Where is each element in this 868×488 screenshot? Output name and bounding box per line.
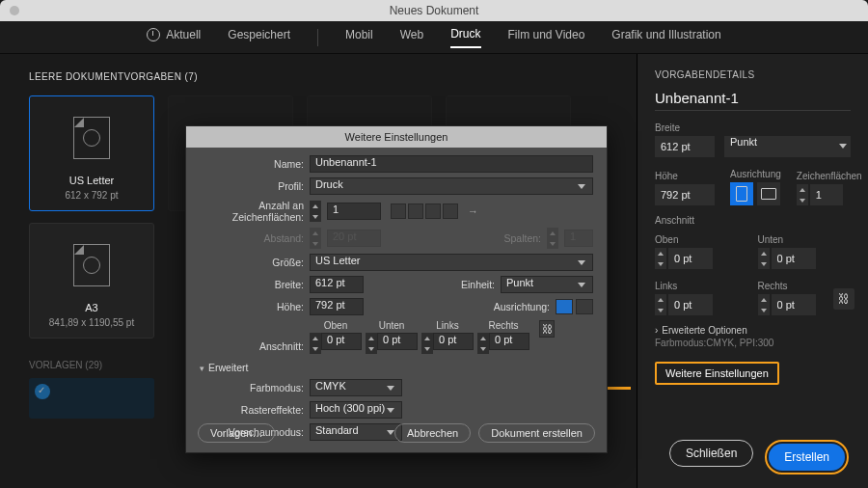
templates-button[interactable]: Vorlagen… xyxy=(198,423,275,443)
chevron-down-icon xyxy=(578,260,585,265)
name-label: Name: xyxy=(200,158,304,170)
stepper[interactable] xyxy=(477,333,489,354)
create-button[interactable]: Erstellen xyxy=(769,444,845,471)
link-icon[interactable]: ⛓ xyxy=(539,320,555,338)
category-tabbar: Aktuell Gespeichert Mobil Web Druck Film… xyxy=(0,21,868,54)
stepper xyxy=(310,228,321,249)
page-icon xyxy=(73,117,110,159)
width-label: Breite xyxy=(655,122,851,133)
orientation-landscape[interactable] xyxy=(576,299,593,314)
size-select[interactable]: US Letter xyxy=(310,254,593,271)
tab-mobile[interactable]: Mobil xyxy=(345,28,373,47)
height-input[interactable] xyxy=(655,184,715,205)
orientation-label: Ausrichtung: xyxy=(494,301,550,312)
tab-web[interactable]: Web xyxy=(400,28,423,47)
stepper[interactable] xyxy=(421,333,433,354)
check-icon xyxy=(35,384,50,399)
bleed-left-input[interactable]: 0 pt xyxy=(433,333,474,350)
bleed-left-input[interactable] xyxy=(668,294,713,315)
more-settings-dialog: Weitere Einstellungen Name: Unbenannt-1 … xyxy=(185,125,608,453)
bleed-bottom-input[interactable] xyxy=(772,248,816,269)
chevron-down-icon xyxy=(578,283,585,287)
tab-saved[interactable]: Gespeichert xyxy=(228,28,290,47)
artboards-stepper[interactable] xyxy=(797,184,808,205)
details-heading: VORGABENDETAILS xyxy=(655,69,851,80)
orientation-portrait[interactable] xyxy=(556,299,573,314)
tab-art-illustration[interactable]: Grafik und Illustration xyxy=(611,28,720,47)
height-label: Höhe: xyxy=(200,301,304,312)
highlight-ring: Erstellen xyxy=(765,440,849,474)
stepper[interactable] xyxy=(655,248,666,269)
width-label: Breite: xyxy=(200,279,304,290)
orientation-landscape[interactable] xyxy=(757,182,780,205)
orientation-label: Ausrichtung xyxy=(730,169,781,179)
height-label: Höhe xyxy=(655,171,715,181)
raster-label: Rastereffekte: xyxy=(200,404,304,416)
arrow-icon: → xyxy=(468,205,478,217)
bleed-label: Anschnitt: xyxy=(200,340,304,354)
close-window-icon[interactable] xyxy=(10,6,19,15)
profile-label: Profil: xyxy=(200,180,304,192)
divider xyxy=(317,29,318,46)
tab-film-video[interactable]: Film und Video xyxy=(508,28,585,47)
window-titlebar: Neues Dokument xyxy=(0,0,868,21)
artboards-count-label: Anzahl an Zeichenflächen: xyxy=(200,200,304,223)
unit-label: Einheit: xyxy=(461,279,495,290)
chevron-down-icon xyxy=(387,408,394,413)
presets-heading: LEERE DOKUMENTVORGABEN (7) xyxy=(29,71,637,82)
document-name-field[interactable]: Unbenannt-1 xyxy=(655,90,851,111)
columns-label: Spalten: xyxy=(503,232,541,244)
stepper[interactable] xyxy=(758,248,770,269)
window-title: Neues Dokument xyxy=(390,4,479,17)
link-icon[interactable]: ⛓ xyxy=(833,288,854,310)
mode-summary: Farbmodus:CMYK, PPI:300 xyxy=(655,338,851,348)
stepper[interactable] xyxy=(310,333,321,354)
stepper[interactable] xyxy=(366,333,377,354)
colormode-label: Farbmodus: xyxy=(200,382,304,393)
advanced-expander[interactable]: Erweitert xyxy=(200,362,593,373)
page-icon xyxy=(73,244,110,286)
clock-icon xyxy=(147,28,160,41)
bleed-right-input[interactable]: 0 pt xyxy=(489,333,529,350)
tab-recent[interactable]: Aktuell xyxy=(147,28,201,47)
preset-a3[interactable]: A3 841,89 x 1190,55 pt xyxy=(29,223,154,339)
stepper[interactable] xyxy=(758,294,770,315)
stepper[interactable] xyxy=(310,201,321,222)
orientation-portrait[interactable] xyxy=(730,182,753,205)
preset-us-letter[interactable]: US Letter 612 x 792 pt xyxy=(29,95,154,211)
profile-select[interactable]: Druck xyxy=(310,177,593,195)
artboard-layout-icons[interactable] xyxy=(391,203,458,219)
spacing-label: Abstand: xyxy=(200,232,304,244)
unit-select[interactable]: Punkt xyxy=(724,136,851,157)
bleed-bottom-input[interactable]: 0 pt xyxy=(377,333,418,350)
bleed-top-input[interactable]: 0 pt xyxy=(321,333,362,350)
chevron-down-icon xyxy=(839,144,847,149)
stepper[interactable] xyxy=(655,294,666,315)
size-label: Größe: xyxy=(200,257,304,268)
chevron-down-icon xyxy=(387,386,394,391)
preset-details-panel: VORGABENDETAILS Unbenannt-1 Breite Punkt… xyxy=(637,54,868,488)
artboards-input[interactable] xyxy=(810,184,843,205)
cancel-button[interactable]: Abbrechen xyxy=(394,423,471,443)
bleed-top-input[interactable] xyxy=(668,248,713,269)
bleed-label: Anschnitt xyxy=(655,215,851,226)
advanced-options-toggle[interactable]: Erweiterte Optionen xyxy=(655,325,851,336)
close-button[interactable]: Schließen xyxy=(669,440,753,467)
stepper xyxy=(547,228,558,249)
width-input[interactable]: 612 pt xyxy=(310,276,364,293)
more-settings-button[interactable]: Weitere Einstellungen xyxy=(655,362,779,385)
bleed-right-input[interactable] xyxy=(772,294,816,315)
name-input[interactable]: Unbenannt-1 xyxy=(310,155,593,173)
dialog-title: Weitere Einstellungen xyxy=(186,126,607,148)
spacing-input: 20 pt xyxy=(327,230,381,247)
artboards-label: Zeichenflächen xyxy=(797,171,862,181)
tab-print[interactable]: Druck xyxy=(450,27,480,48)
template-thumb[interactable] xyxy=(29,378,154,419)
width-input[interactable] xyxy=(655,136,715,157)
chevron-down-icon xyxy=(578,184,585,189)
columns-input: 1 xyxy=(564,230,593,247)
create-document-button[interactable]: Dokument erstellen xyxy=(478,423,595,443)
height-input[interactable]: 792 pt xyxy=(310,298,364,315)
artboards-count-input[interactable]: 1 xyxy=(327,203,381,220)
